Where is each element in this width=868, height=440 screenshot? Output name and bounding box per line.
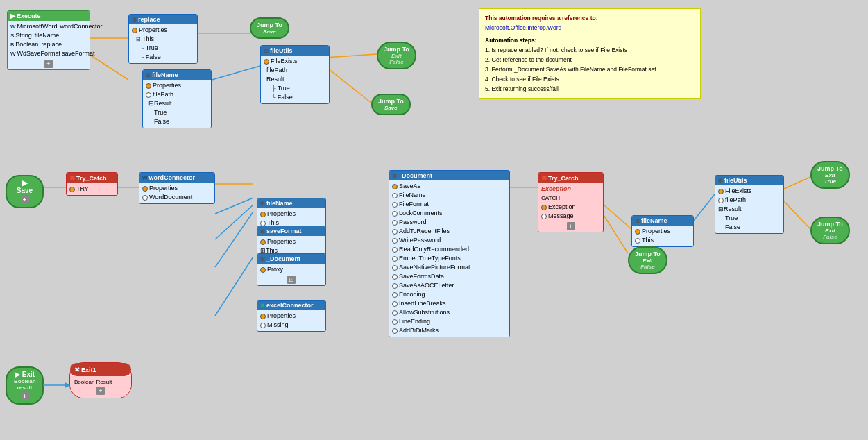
save-expand-btn[interactable]: + <box>21 196 29 204</box>
filename-main-icon: ⊞ <box>260 201 265 207</box>
execute-param-2: S String fileName <box>10 31 87 40</box>
excelconnector-header: ✖ excelConnector <box>257 301 325 310</box>
jumpto-exit-catch-label: Exit <box>635 257 661 264</box>
svg-line-15 <box>604 215 628 253</box>
wordconnector-title: wordConnector <box>149 174 196 181</box>
jumpto-exit-right-true-title: Jump To <box>817 165 843 172</box>
word-icon: W <box>10 22 16 31</box>
jumpto-exit-right-true: Jump To Exit True <box>810 161 850 189</box>
document-port4 <box>392 211 398 217</box>
jumpto-exit-top-false: False <box>384 59 409 65</box>
execute-body: W MicrosoftWord wordConnector S String f… <box>8 21 90 69</box>
document-port3 <box>392 202 398 208</box>
jumpto-exit-catch-title: Jump To <box>635 251 661 257</box>
info-step-3: 3. Perform _Document.SaveAs with FileNam… <box>485 65 695 74</box>
document-proxy-body: Proxy ⊞ <box>257 264 325 285</box>
replace-node-top: ⊞ replace Properties ⊟This ├True └False <box>128 14 198 64</box>
excelconnector-title: excelConnector <box>266 302 314 309</box>
execute-expand-btn[interactable]: + <box>44 60 53 68</box>
exit-node: ▶ Exit Boolean result + <box>6 366 44 405</box>
execute-header: ▶ Execute <box>8 11 90 21</box>
document-port6 <box>392 229 398 235</box>
filename-right-body: Properties This <box>632 226 693 246</box>
save-node-title: Save <box>17 187 33 194</box>
jumpto-exit-right-false-title: Jump To <box>817 221 843 228</box>
exit1-body: Boolean Result + <box>70 376 131 398</box>
wordconnector-icon: W <box>142 175 148 181</box>
filename-body-top: Properties filePath ⊟Result True False <box>143 80 211 128</box>
exit-title: Exit <box>22 371 35 378</box>
replace-body-top: Properties ⊟This ├True └False <box>129 24 197 63</box>
document-port15 <box>392 310 398 316</box>
trycatch-right-expand[interactable]: + <box>567 222 575 230</box>
info-step-4: 4. Check to see if File Exists <box>485 74 695 84</box>
jumpto-save-top-label: Save <box>257 28 282 35</box>
jumpto-exit-right-false-val: False <box>817 234 843 240</box>
exit1-title: Exit1 <box>81 366 96 373</box>
replace-header-top: ⊞ replace <box>129 15 197 24</box>
svg-line-12 <box>215 257 253 316</box>
exit-expand-btn[interactable]: + <box>21 392 29 400</box>
jumpto-save-top2-label: Save <box>378 105 404 111</box>
filename-main-header: ⊞ fileName <box>257 198 325 208</box>
filename-port2-top <box>146 92 151 98</box>
svg-line-10 <box>215 205 253 239</box>
document-port14 <box>392 301 398 307</box>
trycatch-main-body: TRY <box>67 183 117 195</box>
jumpto-save-top2-title: Jump To <box>378 98 404 105</box>
excelconnector-port2 <box>260 323 266 328</box>
execute-node: ▶ Execute W MicrosoftWord wordConnector … <box>7 10 90 70</box>
exit1-x-icon: ✖ <box>74 366 80 373</box>
info-title: This automation requires a reference to: <box>485 13 695 23</box>
document-port16 <box>392 319 398 325</box>
execute-title: Execute <box>17 12 41 19</box>
document-proxy-node: ⊞ _Document Proxy ⊞ <box>257 253 326 286</box>
document-port11 <box>392 274 398 280</box>
document-port17 <box>392 328 398 334</box>
document-port13 <box>392 292 398 298</box>
document-proxy-port <box>260 267 266 273</box>
jumpto-exit-catch: Jump To Exit False <box>628 246 667 274</box>
exit1-node: ✖ Exit1 Boolean Result + <box>69 362 132 398</box>
fileutils-header-top: ⊞ fileUtils <box>261 46 329 56</box>
document-port12 <box>392 283 398 289</box>
trycatch-right-node: ✖ Try_Catch Exception CATCH Exception Me… <box>538 172 604 232</box>
fileutils-right-port <box>718 189 724 194</box>
document-port2 <box>392 193 398 198</box>
wordconnector-body: Properties WordDocument <box>139 183 214 203</box>
document-main-icon: ⊞ <box>392 173 397 179</box>
jumpto-exit-catch-false: False <box>635 264 661 270</box>
fileutils-right-node: ⊞ fileUtils FileExists filePath ⊟Result … <box>715 175 784 234</box>
jumpto-save-top2: Jump To Save <box>371 94 411 115</box>
wordconnector-port <box>142 186 148 192</box>
filename-right-header: ⊞ fileName <box>632 216 693 226</box>
document-proxy-expand[interactable]: ⊞ <box>287 276 296 284</box>
saveformat-header: ⊞ saveFormat <box>257 226 325 236</box>
svg-line-9 <box>215 198 253 214</box>
document-main-body: SaveAs FileName FileFormat LockComments … <box>389 180 509 337</box>
document-proxy-icon: ⊞ <box>260 256 265 262</box>
svg-line-4 <box>325 66 371 103</box>
filename-port-top <box>146 83 151 89</box>
svg-line-11 <box>215 212 253 267</box>
document-proxy-title: _Document <box>266 255 300 262</box>
saveformat-port <box>260 239 266 245</box>
jumpto-exit-top-label: Exit <box>384 53 409 59</box>
document-main-title: _Document <box>398 172 432 179</box>
fileutils-right-icon: ⊞ <box>718 178 723 184</box>
exit-param: Boolean result <box>14 378 35 391</box>
trycatch-right-header: ✖ Try_Catch <box>538 173 603 183</box>
jumpto-exit-right-false-label: Exit <box>817 228 843 234</box>
filename-title-top: fileName <box>152 71 178 78</box>
document-port9 <box>392 256 398 262</box>
fileutils-icon-top: ⊞ <box>264 48 269 54</box>
filename-main-port <box>260 212 266 217</box>
info-steps-title: Automation steps: <box>485 35 695 45</box>
wordconnector-header: W wordConnector <box>139 173 214 183</box>
exit1-expand-btn[interactable]: + <box>96 387 105 395</box>
svg-line-5 <box>205 66 260 82</box>
replace-icon-top: ⊞ <box>132 17 137 23</box>
jumpto-exit-right-false: Jump To Exit False <box>810 217 850 244</box>
trycatch-error-icon: ✖ <box>69 174 75 182</box>
execute-param-4: W WdSaveFormatsaveFormat <box>10 49 87 58</box>
